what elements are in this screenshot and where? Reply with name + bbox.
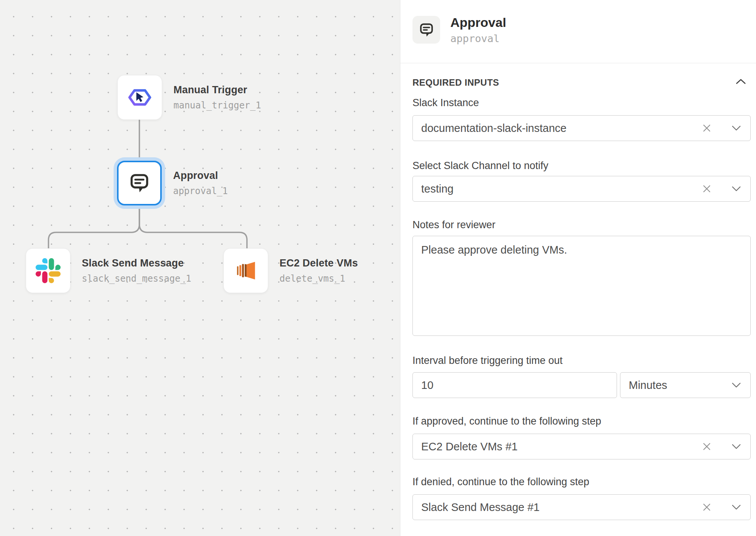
chevron-down-icon[interactable] — [731, 125, 741, 131]
chevron-down-icon[interactable] — [731, 382, 741, 388]
chevron-down-icon[interactable] — [731, 444, 741, 450]
clear-icon[interactable] — [702, 442, 712, 451]
node-id: manual_trigger_1 — [173, 100, 261, 111]
node-manual-trigger-box[interactable] — [117, 75, 162, 120]
workflow-canvas[interactable]: Manual Trigger manual_trigger_1 Approval… — [0, 0, 400, 536]
node-ec2-labels: EC2 Delete VMs delete_vms_1 — [280, 248, 358, 293]
slack-channel-value: testing — [421, 183, 702, 195]
node-approval-box[interactable] — [117, 161, 162, 205]
if-denied-select[interactable]: Slack Send Message #1 — [412, 494, 751, 520]
node-title: Slack Send Message — [82, 257, 191, 269]
node-approval-labels: Approval approval_1 — [173, 161, 228, 205]
slack-channel-label: Select Slack Channel to notify — [412, 160, 548, 172]
chevron-up-icon[interactable] — [736, 78, 746, 85]
connector-approval-to-ec2 — [139, 208, 247, 249]
step-config-panel: Approval approval REQUIRED INPUTS Slack … — [400, 0, 756, 536]
interval-label: Interval before triggering time out — [412, 355, 562, 367]
if-denied-label: If denied, continue to the following ste… — [412, 476, 589, 488]
slack-instance-label: Slack Instance — [412, 97, 479, 109]
chat-bubble-icon — [128, 172, 150, 194]
notes-label: Notes for reviewer — [412, 219, 495, 231]
node-title: Manual Trigger — [173, 84, 261, 96]
if-approved-value: EC2 Delete VMs #1 — [421, 440, 702, 453]
chevron-down-icon[interactable] — [731, 186, 741, 192]
interval-value: 10 — [421, 379, 608, 392]
slack-instance-select[interactable]: documentation-slack-instance — [412, 115, 751, 141]
slack-instance-value: documentation-slack-instance — [421, 122, 702, 135]
node-slack-box[interactable] — [26, 248, 70, 293]
panel-subtitle: approval — [450, 33, 500, 44]
workflow-app: Manual Trigger manual_trigger_1 Approval… — [0, 0, 756, 536]
slack-logo-icon — [36, 258, 61, 283]
node-ec2-box[interactable] — [223, 248, 268, 293]
required-inputs-header: REQUIRED INPUTS — [412, 77, 499, 88]
interval-input[interactable]: 10 — [412, 372, 617, 398]
interval-unit-value: Minutes — [629, 379, 731, 392]
panel-divider — [400, 63, 756, 63]
node-slack-labels: Slack Send Message slack_send_message_1 — [82, 248, 191, 293]
manual-trigger-hexagon-cursor-icon — [128, 85, 152, 110]
node-title: Approval — [173, 170, 228, 182]
interval-unit-select[interactable]: Minutes — [620, 372, 751, 398]
node-ec2-delete-vms: EC2 Delete VMs delete_vms_1 — [223, 248, 358, 293]
node-id: delete_vms_1 — [280, 273, 358, 284]
node-slack-send-message: Slack Send Message slack_send_message_1 — [26, 248, 191, 293]
node-approval: Approval approval_1 — [117, 161, 228, 205]
clear-icon[interactable] — [702, 123, 712, 133]
connector-approval-to-slack — [48, 208, 139, 249]
slack-channel-select[interactable]: testing — [412, 176, 751, 202]
clear-icon[interactable] — [702, 184, 712, 194]
aws-ec2-icon — [234, 259, 258, 282]
node-title: EC2 Delete VMs — [280, 257, 358, 269]
node-manual-trigger: Manual Trigger manual_trigger_1 — [117, 75, 261, 120]
panel-title: Approval — [450, 15, 506, 30]
notes-textarea[interactable]: Please approve deleting VMs. — [412, 236, 751, 336]
if-approved-select[interactable]: EC2 Delete VMs #1 — [412, 434, 751, 459]
chevron-down-icon[interactable] — [731, 504, 741, 510]
chat-bubble-icon — [419, 22, 434, 38]
node-id: approval_1 — [173, 186, 228, 196]
node-id: slack_send_message_1 — [82, 273, 191, 284]
node-manual-trigger-labels: Manual Trigger manual_trigger_1 — [173, 75, 261, 120]
if-approved-label: If approved, continue to the following s… — [412, 415, 601, 427]
if-denied-value: Slack Send Message #1 — [421, 501, 702, 514]
panel-step-icon-badge — [412, 16, 440, 44]
clear-icon[interactable] — [702, 502, 712, 512]
